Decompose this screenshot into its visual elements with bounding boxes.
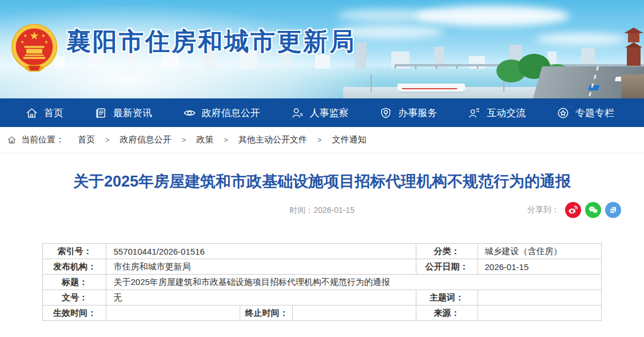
doc-number-label: 文号：	[43, 290, 106, 306]
index-number-label: 索引号：	[43, 244, 106, 259]
nav-item-label: 互动交流	[487, 106, 526, 120]
open-date-value: 2026-01-15	[478, 259, 601, 275]
nav-item-label: 专题专栏	[575, 106, 614, 120]
source-label: 来源：	[416, 306, 478, 321]
source-value	[478, 306, 601, 321]
svg-text:★: ★	[41, 33, 45, 38]
home-icon	[25, 106, 38, 120]
car	[588, 85, 600, 90]
breadcrumb-link-home[interactable]: 首页	[78, 134, 95, 145]
city-wall	[621, 74, 644, 98]
effective-date-value	[106, 306, 240, 321]
issuing-agency-value: 市住房和城市更新局	[106, 259, 416, 275]
banner-cityscape-image: ★ ★ ★ ★ ★ 襄阳市住房和城市更新局	[0, 0, 644, 98]
breadcrumb-separator: >	[317, 136, 322, 144]
national-emblem-icon: ★ ★ ★ ★ ★	[9, 23, 59, 81]
copy-icon	[607, 204, 619, 216]
nav-item-label: 办事服务	[398, 106, 437, 120]
end-date-label: 终止时间：	[240, 306, 293, 321]
nav-item-label: 最新资讯	[113, 106, 152, 120]
svg-text:★: ★	[20, 39, 24, 45]
star-circle-icon	[556, 106, 570, 120]
breadcrumb-link-policy[interactable]: 政策	[196, 134, 213, 145]
nav-item-label: 人事监察	[309, 106, 348, 120]
nav-item-interaction[interactable]: 互动交流	[468, 106, 526, 120]
main-nav: 首页 最新资讯 政府信息公开 人事监察 办事服务 互动交流 专题专栏	[0, 98, 644, 127]
breadcrumb-link-other-public-docs[interactable]: 其他主动公开文件	[238, 134, 307, 145]
table-row: 标题： 关于2025年房屋建筑和市政基础设施项目招标代理机构不规范行为的通报	[43, 275, 601, 290]
weibo-icon	[567, 204, 579, 216]
table-row: 索引号： 557010441/2026-01516 分类： 城乡建设（含住房）	[43, 244, 601, 259]
doc-title-value: 关于2025年房屋建筑和市政基础设施项目招标代理机构不规范行为的通报	[106, 275, 601, 290]
nav-item-home[interactable]: 首页	[25, 106, 63, 120]
copy-link-share-button[interactable]	[605, 202, 621, 218]
time-value: 2026-01-15	[313, 205, 355, 215]
table-row: 文号： 无 主题词：	[43, 290, 601, 306]
news-icon	[94, 106, 108, 120]
doc-number-value: 无	[106, 290, 416, 306]
site-title: 襄阳市住房和城市更新局	[66, 25, 356, 58]
weibo-share-button[interactable]	[565, 202, 581, 218]
breadcrumb-separator: >	[105, 136, 110, 144]
index-number-value: 557010441/2026-01516	[106, 244, 416, 259]
issuing-agency-label: 发布机构：	[43, 259, 106, 275]
keywords-label: 主题词：	[416, 290, 478, 306]
category-label: 分类：	[416, 244, 478, 259]
category-value: 城乡建设（含住房）	[478, 244, 601, 259]
ferry-boat	[397, 84, 465, 93]
breadcrumb-link-document-notice[interactable]: 文件通知	[332, 134, 366, 145]
street-lamp	[371, 74, 372, 92]
breadcrumb-label: 当前位置：	[21, 134, 64, 145]
svg-text:★: ★	[44, 39, 48, 45]
interaction-icon	[468, 106, 481, 120]
svg-text:★: ★	[23, 33, 27, 38]
nav-item-gov-info[interactable]: 政府信息公开	[183, 106, 260, 120]
document-info-table: 索引号： 557010441/2026-01516 分类： 城乡建设（含住房） …	[42, 243, 601, 321]
time-label: 时间：	[289, 205, 313, 215]
breadcrumb-home-icon	[7, 135, 17, 145]
badge-icon	[379, 106, 392, 120]
nav-item-label: 首页	[44, 106, 63, 120]
breadcrumb: 当前位置： 首页 > 政府信息公开 > 政策 > 其他主动公开文件 > 文件通知	[0, 127, 644, 153]
nav-item-news[interactable]: 最新资讯	[94, 106, 152, 120]
nav-item-personnel[interactable]: 人事监察	[291, 106, 348, 120]
wechat-icon	[587, 204, 599, 216]
nav-item-label: 政府信息公开	[202, 106, 260, 120]
svg-text:★: ★	[29, 30, 39, 42]
page-title: 关于2025年房屋建筑和市政基础设施项目招标代理机构不规范行为的通报	[29, 172, 615, 192]
breadcrumb-link-gov-info[interactable]: 政府信息公开	[120, 134, 172, 145]
table-row: 发布机构： 市住房和城市更新局 公开日期： 2026-01-15	[43, 259, 601, 275]
end-date-value	[293, 306, 416, 321]
open-date-label: 公开日期：	[416, 259, 478, 275]
keywords-value	[478, 290, 601, 306]
person-icon	[291, 106, 304, 120]
breadcrumb-separator: >	[224, 136, 228, 144]
nav-item-services[interactable]: 办事服务	[379, 106, 437, 120]
breadcrumb-separator: >	[182, 136, 186, 144]
doc-title-label: 标题：	[43, 275, 106, 290]
table-row: 生效时间： 终止时间： 来源：	[43, 306, 601, 321]
article-meta: 时间：2026-01-15 分享到：	[0, 201, 644, 219]
wechat-share-button[interactable]	[585, 202, 601, 218]
share-label: 分享到：	[527, 205, 559, 215]
effective-date-label: 生效时间：	[43, 306, 106, 321]
eye-icon	[183, 106, 196, 120]
nav-item-special-topics[interactable]: 专题专栏	[556, 106, 614, 120]
pagoda-tower	[623, 27, 644, 71]
share-bar: 分享到：	[527, 202, 621, 218]
